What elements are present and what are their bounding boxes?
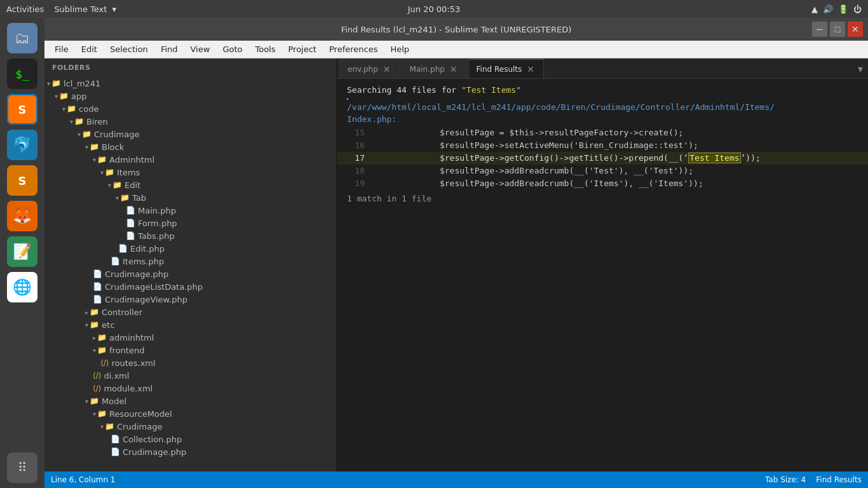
minimize-button[interactable]: ─ [812,22,827,37]
tree-item-code[interactable]: ▾ 📁 code [44,102,336,115]
line-number: 18 [337,165,375,177]
menu-bar: File Edit Selection Find View Goto Tools… [44,41,868,58]
application-dock: 🗂 $_ S 🐬 S 🦊 📝 🌐 ⠿ [0,18,44,488]
tab-env-php[interactable]: env.php ✕ [339,59,400,78]
menu-help[interactable]: Help [385,43,414,55]
tab-close-env[interactable]: ✕ [382,64,392,74]
terminal-icon[interactable]: $_ [7,58,37,89]
power-icon: ⏻ [853,4,862,14]
folder-icon: 📁 [90,308,99,316]
chrome-icon[interactable]: 🌐 [7,272,37,302]
search-header-prefix: Searching 44 files for [347,85,461,95]
sublime-icon[interactable]: S [7,94,37,125]
tree-item-items-php[interactable]: 📄 Items.php [44,255,336,268]
line-content: $resultPage->addBreadcrumb(__('Test'), _… [375,165,698,177]
apps-grid-icon[interactable]: ⠿ [7,452,37,483]
tree-item-items[interactable]: ▾ 📁 Items [44,166,336,179]
file-path-sub: Index.php: [337,114,868,126]
menu-edit[interactable]: Edit [76,43,102,55]
folder-icon: 📁 [105,168,114,177]
file-icon: 📄 [126,231,135,240]
menu-file[interactable]: File [50,43,74,55]
tree-item-tabs-php[interactable]: 📄 Tabs.php [44,229,336,242]
menu-preferences[interactable]: Preferences [324,43,383,55]
arrow-icon: ▸ [85,309,88,316]
title-bar: Find Results (lcl_m241) - Sublime Text (… [44,18,868,41]
folder-icon: 📁 [90,396,99,405]
tree-item-module-xml[interactable]: ⟨/⟩ module.xml [44,382,336,395]
system-bar: Activities Sublime Text ▾ Jun 20 00:53 ▲… [0,0,868,18]
tab-close-find[interactable]: ✕ [526,64,536,74]
menu-goto[interactable]: Goto [217,43,247,55]
tree-item-app[interactable]: ▾ 📁 app [44,90,336,102]
tree-item-routes-xml[interactable]: ⟨/⟩ routes.xml [44,356,336,369]
menu-project[interactable]: Project [283,43,321,55]
tree-item-tab[interactable]: ▾ 📁 Tab [44,191,336,204]
app-dropdown-icon[interactable]: ▾ [112,4,117,14]
folder-icon: 📁 [59,92,69,100]
tree-item-lcl_m241[interactable]: ▾ 📁 lcl_m241 [44,77,336,90]
tree-item-block[interactable]: ▾ 📁 Block [44,140,336,153]
app-indicator: Sublime Text ▾ [54,4,116,14]
folder-icon: 📁 [51,79,61,88]
tree-item-etc[interactable]: ▾ 📁 etc [44,318,336,331]
dolphin-icon[interactable]: 🐬 [7,130,37,160]
tab-dropdown-button[interactable]: ▾ [853,59,868,78]
tree-item-crudimageview-php[interactable]: 📄 CrudimageView.php [44,293,336,306]
line-number: 15 [337,126,375,139]
tree-item-adminhtml[interactable]: ▾ 📁 Adminhtml [44,153,336,166]
wifi-icon: ▲ [811,4,818,14]
tree-item-edit[interactable]: ▾ 📁 Edit [44,179,336,191]
line-content: $resultPage->getConfig()->getTitle()->pr… [375,152,766,165]
tab-main-php[interactable]: Main.php ✕ [402,59,467,78]
search-term: "Test Items" [461,85,521,95]
status-bar: Line 6, Column 1 Tab Size: 4 Find Result… [44,471,868,488]
tree-item-crudimagelist-php[interactable]: 📄 CrudimageListData.php [44,280,336,293]
volume-icon: 🔊 [823,4,833,14]
xml-icon: ⟨/⟩ [100,358,109,367]
tree-item-di-xml[interactable]: ⟨/⟩ di.xml [44,369,336,382]
close-button[interactable]: ✕ [848,22,863,37]
tree-item-collection-php[interactable]: 📄 Collection.php [44,433,336,445]
notes-icon[interactable]: 📝 [7,236,37,267]
datetime: Jun 20 00:53 [408,4,461,14]
code-content[interactable]: Searching 44 files for "Test Items" /var… [337,79,868,471]
line-content: $resultPage->addBreadcrumb(__('Items'), … [375,177,709,190]
maximize-button[interactable]: □ [830,22,845,37]
tree-item-biren[interactable]: ▾ 📁 Biren [44,115,336,128]
arrow-icon: ▾ [55,93,58,100]
tree-item-main-php[interactable]: 📄 Main.php [44,204,336,217]
tree-item-edit-php[interactable]: 📄 Edit.php [44,242,336,255]
tree-item-frontend[interactable]: ▾ 📁 frontend [44,344,336,356]
folder-icon: 📁 [97,409,107,418]
tree-item-controller[interactable]: ▸ 📁 Controller [44,306,336,318]
arrow-icon: ▾ [93,347,96,354]
tree-item-crudimage-php[interactable]: 📄 Crudimage.php [44,268,336,280]
tree-item-resourcemodel[interactable]: ▾ 📁 ResourceModel [44,407,336,420]
menu-tools[interactable]: Tools [250,43,280,55]
tree-item-crudimage[interactable]: ▾ 📁 Crudimage [44,128,336,140]
tab-close-main[interactable]: ✕ [449,64,459,74]
menu-selection[interactable]: Selection [105,43,153,55]
menu-find[interactable]: Find [156,43,183,55]
folder-icon: 📁 [90,320,99,329]
tree-item-adminhtml2[interactable]: ▸ 📁 adminhtml [44,331,336,344]
file-icon: 📄 [111,257,120,266]
menu-view[interactable]: View [186,43,215,55]
tab-label: env.php [348,65,378,74]
tab-find-results[interactable]: Find Results ✕ [468,59,544,78]
tree-item-form-php[interactable]: 📄 Form.php [44,217,336,229]
file-icon: 📄 [111,435,120,444]
tree-item-crudimage2[interactable]: ▾ 📁 Crudimage [44,420,336,433]
arrow-icon: ▾ [85,144,88,151]
arrow-icon: ▾ [85,398,88,405]
firefox-icon[interactable]: 🦊 [7,201,37,231]
tree-item-model[interactable]: ▾ 📁 Model [44,395,336,407]
arrow-icon: ▾ [100,169,104,176]
editor-icon[interactable]: S [7,165,37,196]
activities-button[interactable]: Activities [6,4,44,14]
tree-item-crudimage3-php[interactable]: 📄 Crudimage.php [44,445,336,458]
folder-icon: 📁 [112,180,122,189]
folder-icon: 📁 [97,155,107,164]
files-icon[interactable]: 🗂 [7,23,37,53]
